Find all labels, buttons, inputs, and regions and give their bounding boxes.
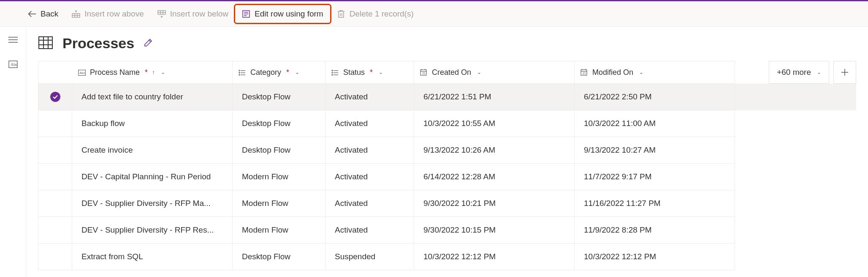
page-header: Processes xyxy=(38,35,856,52)
process-name-cell[interactable]: Create invoice xyxy=(72,137,233,164)
category-cell[interactable]: Modern Flow xyxy=(233,190,326,217)
column-label: Process Name xyxy=(90,68,140,77)
category-cell[interactable]: Desktop Flow xyxy=(233,110,326,137)
content-area: Processes Abc Process Name* ↑ ⌄ xyxy=(26,27,868,277)
table-row[interactable]: DEV - Capital Planning - Run PeriodModer… xyxy=(38,164,856,190)
modified-on-cell[interactable]: 10/3/2022 12:12 PM xyxy=(575,244,735,270)
created-on-cell[interactable]: 9/30/2022 10:21 PM xyxy=(414,190,575,217)
row-select-cell[interactable] xyxy=(38,190,72,217)
table-row[interactable]: Backup flowDesktop FlowActivated10/3/202… xyxy=(38,110,856,137)
row-select-cell[interactable] xyxy=(38,110,72,137)
more-columns-label: +60 more xyxy=(777,68,811,77)
hamburger-icon xyxy=(8,36,18,43)
svg-text:21: 21 xyxy=(422,72,426,75)
svg-point-38 xyxy=(332,70,333,71)
status-cell[interactable]: Activated xyxy=(326,164,414,190)
edit-title-button[interactable] xyxy=(144,38,153,49)
required-marker: * xyxy=(145,68,148,77)
modified-on-cell[interactable]: 9/13/2022 10:27 AM xyxy=(575,137,735,164)
category-cell[interactable]: Desktop Flow xyxy=(233,84,326,110)
process-name-cell[interactable]: Backup flow xyxy=(72,110,233,137)
svg-text:Abc: Abc xyxy=(11,62,18,67)
status-cell[interactable]: Activated xyxy=(326,110,414,137)
status-cell[interactable]: Activated xyxy=(326,84,414,110)
left-rail: Abc xyxy=(0,27,26,277)
created-on-cell[interactable]: 9/13/2022 10:26 AM xyxy=(414,137,575,164)
row-select-cell[interactable] xyxy=(38,217,72,244)
edit-row-form-label: Edit row using form xyxy=(255,9,323,19)
date-column-icon: 21 xyxy=(580,69,588,76)
status-cell[interactable]: Activated xyxy=(326,137,414,164)
status-cell[interactable]: Activated xyxy=(326,190,414,217)
table-icon xyxy=(38,36,53,51)
toolbar: Back Insert row above Insert row below E… xyxy=(0,1,868,27)
text-column-icon: Abc xyxy=(78,69,86,76)
table-row[interactable]: Add text file to country folderDesktop F… xyxy=(38,84,856,110)
process-name-cell[interactable]: DEV - Capital Planning - Run Period xyxy=(72,164,233,190)
column-header-category[interactable]: Category* ⌄ xyxy=(233,61,326,84)
table-row[interactable]: DEV - Supplier Diversity - RFP Ma...Mode… xyxy=(38,190,856,217)
svg-point-36 xyxy=(239,74,240,75)
edit-row-form-button[interactable]: Edit row using form xyxy=(236,6,329,22)
optionset-column-icon xyxy=(331,69,339,76)
grid-body: Add text file to country folderDesktop F… xyxy=(38,84,856,270)
date-column-icon: 21 xyxy=(420,69,428,76)
category-cell[interactable]: Desktop Flow xyxy=(233,244,326,270)
created-on-cell[interactable]: 6/14/2022 12:28 AM xyxy=(414,164,575,190)
process-name-cell[interactable]: DEV - Supplier Diversity - RFP Res... xyxy=(72,217,233,244)
row-select-cell[interactable] xyxy=(38,244,72,270)
status-cell[interactable]: Suspended xyxy=(326,244,414,270)
table-row[interactable]: DEV - Supplier Diversity - RFP Res...Mod… xyxy=(38,217,856,244)
select-all-header[interactable] xyxy=(38,61,72,84)
modified-on-cell[interactable]: 6/21/2022 2:50 PM xyxy=(575,84,735,110)
sort-ascending-icon: ↑ xyxy=(152,69,155,76)
column-label: Modified On xyxy=(592,68,633,77)
created-on-cell[interactable]: 9/30/2022 10:15 PM xyxy=(414,217,575,244)
created-on-cell[interactable]: 6/21/2022 1:51 PM xyxy=(414,84,575,110)
data-grid: Abc Process Name* ↑ ⌄ Category* ⌄ xyxy=(38,61,856,270)
chevron-down-icon: ⌄ xyxy=(477,69,481,75)
checkmark-icon xyxy=(50,92,60,102)
row-select-cell[interactable] xyxy=(38,137,72,164)
grid-header-row: Abc Process Name* ↑ ⌄ Category* ⌄ xyxy=(38,61,856,84)
category-cell[interactable]: Modern Flow xyxy=(233,217,326,244)
category-cell[interactable]: Desktop Flow xyxy=(233,137,326,164)
table-row[interactable]: Create invoiceDesktop FlowActivated9/13/… xyxy=(38,137,856,164)
row-select-cell[interactable] xyxy=(38,164,72,190)
category-cell[interactable]: Modern Flow xyxy=(233,164,326,190)
process-name-cell[interactable]: DEV - Supplier Diversity - RFP Ma... xyxy=(72,190,233,217)
svg-point-34 xyxy=(239,72,240,73)
column-header-status[interactable]: Status* ⌄ xyxy=(326,61,414,84)
nav-menu-button[interactable] xyxy=(5,32,22,48)
trash-icon xyxy=(337,10,345,18)
insert-row-above-button[interactable]: Insert row above xyxy=(66,6,149,22)
column-label: Created On xyxy=(432,68,471,77)
modified-on-cell[interactable]: 11/16/2022 11:27 PM xyxy=(575,190,735,217)
process-name-cell[interactable]: Extract from SQL xyxy=(72,244,233,270)
required-marker: * xyxy=(370,68,373,77)
created-on-cell[interactable]: 10/3/2022 12:12 PM xyxy=(414,244,575,270)
table-row[interactable]: Extract from SQLDesktop FlowSuspended10/… xyxy=(38,244,856,270)
column-header-modified-on[interactable]: 21 Modified On ⌄ xyxy=(575,61,735,84)
svg-point-40 xyxy=(332,72,333,73)
modified-on-cell[interactable]: 11/9/2022 8:28 PM xyxy=(575,217,735,244)
status-cell[interactable]: Activated xyxy=(326,217,414,244)
back-label: Back xyxy=(41,9,58,19)
created-on-cell[interactable]: 10/3/2022 10:55 AM xyxy=(414,110,575,137)
optionset-column-icon xyxy=(239,69,246,76)
modified-on-cell[interactable]: 10/3/2022 11:00 AM xyxy=(575,110,735,137)
row-select-cell[interactable] xyxy=(38,84,72,110)
svg-text:Abc: Abc xyxy=(79,71,85,75)
add-column-button[interactable] xyxy=(833,61,856,84)
modified-on-cell[interactable]: 11/7/2022 9:17 PM xyxy=(575,164,735,190)
more-columns-button[interactable]: +60 more ⌄ xyxy=(769,61,829,84)
back-button[interactable]: Back xyxy=(22,6,64,22)
plus-icon xyxy=(841,68,849,77)
delete-records-button[interactable]: Delete 1 record(s) xyxy=(331,6,420,22)
column-header-process-name[interactable]: Abc Process Name* ↑ ⌄ xyxy=(72,61,233,84)
column-header-created-on[interactable]: 21 Created On ⌄ xyxy=(414,61,575,84)
process-name-cell[interactable]: Add text file to country folder xyxy=(72,84,233,110)
column-label: Category xyxy=(250,68,281,77)
insert-row-below-button[interactable]: Insert row below xyxy=(152,6,234,22)
nav-text-button[interactable]: Abc xyxy=(5,56,22,72)
